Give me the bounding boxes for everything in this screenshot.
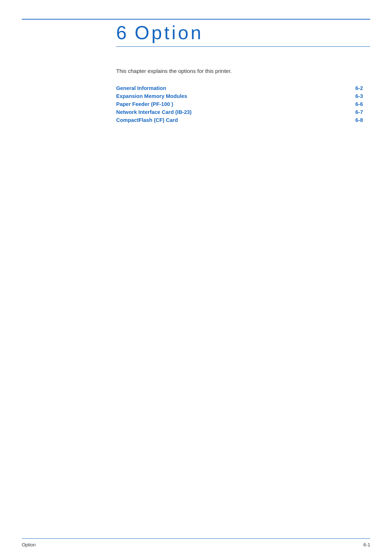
toc-link[interactable]: Expansion Memory Modules: [116, 93, 187, 99]
chapter-name: Option: [135, 22, 203, 44]
toc-link[interactable]: Network Interface Card (IB-23): [116, 109, 192, 115]
toc-row: General Information6-2: [116, 85, 363, 91]
chapter-title-line: 6 Option: [116, 22, 370, 47]
bottom-rule: [22, 538, 370, 539]
toc-link[interactable]: Paper Feeder (PF-100 ): [116, 101, 173, 107]
toc-row: Network Interface Card (IB-23)6-7: [116, 109, 363, 115]
toc-row: Paper Feeder (PF-100 )6-6: [116, 101, 363, 107]
footer-right: 6-1: [363, 542, 370, 547]
toc-page: 6-7: [348, 109, 363, 115]
toc-page: 6-6: [348, 101, 363, 107]
chapter-header: 6 Option: [116, 22, 370, 47]
toc-container: General Information6-2Expansion Memory M…: [116, 85, 363, 125]
footer-left: Option: [22, 542, 36, 547]
intro-text: This chapter explains the options for th…: [116, 67, 363, 75]
toc-link[interactable]: CompactFlash (CF) Card: [116, 117, 178, 123]
page-container: 6 Option This chapter explains the optio…: [0, 0, 392, 554]
toc-row: Expansion Memory Modules6-3: [116, 93, 363, 99]
chapter-number: 6: [116, 22, 127, 44]
toc-page: 6-8: [348, 117, 363, 123]
toc-page: 6-2: [348, 85, 363, 91]
toc-row: CompactFlash (CF) Card6-8: [116, 117, 363, 123]
toc-page: 6-3: [348, 93, 363, 99]
toc-link[interactable]: General Information: [116, 85, 166, 91]
top-rule: [22, 19, 370, 20]
